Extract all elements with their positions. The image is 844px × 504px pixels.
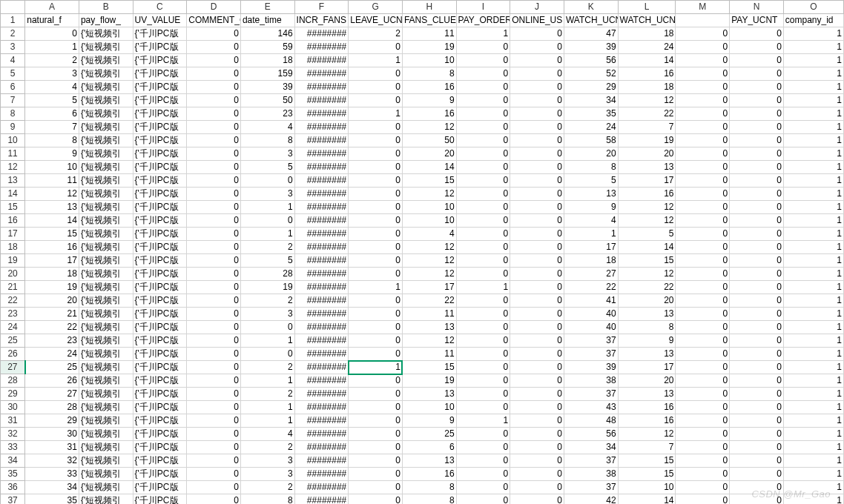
cell-L20[interactable]: 12 [618,268,676,281]
select-all-corner[interactable] [1,1,25,14]
cell-D22[interactable]: 0 [187,294,241,308]
cell-B19[interactable]: {'短视频引 [79,254,133,268]
cell-B13[interactable]: {'短视频引 [79,174,133,188]
cell-D16[interactable]: 0 [187,214,241,228]
cell-L5[interactable]: 16 [618,67,676,81]
cell-E21[interactable]: 19 [240,281,294,294]
cell-O21[interactable]: 1 [783,281,843,294]
cell-H35[interactable]: 16 [402,468,456,481]
cell-I2[interactable]: 1 [456,27,510,41]
cell-J34[interactable]: 0 [510,454,564,468]
row-header-24[interactable]: 24 [1,321,25,334]
cell-G26[interactable]: 0 [349,348,403,361]
cell-E11[interactable]: 3 [240,147,294,161]
cell-D35[interactable]: 0 [187,468,241,481]
cell-A31[interactable]: 29 [25,414,79,428]
cell-L17[interactable]: 5 [618,228,676,241]
cell-H18[interactable]: 12 [402,241,456,254]
cell-G14[interactable]: 0 [349,188,403,201]
cell-K28[interactable]: 38 [564,374,618,388]
cell-M31[interactable]: 0 [676,414,730,428]
cell-F15[interactable]: ######## [294,201,349,214]
cell-L27[interactable]: 17 [618,361,676,374]
cell-C9[interactable]: {'千川PC版 [133,121,187,134]
cell-K35[interactable]: 38 [564,468,618,481]
cell-N13[interactable]: 0 [730,174,784,188]
cell-A28[interactable]: 26 [25,374,79,388]
cell-I18[interactable]: 0 [456,241,510,254]
cell-K23[interactable]: 40 [564,308,618,321]
cell-C22[interactable]: {'千川PC版 [133,294,187,308]
cell-H12[interactable]: 14 [402,161,456,174]
cell-J7[interactable]: 0 [510,94,564,107]
row-header-29[interactable]: 29 [1,388,25,401]
cell-O14[interactable]: 1 [783,188,843,201]
cell-C1[interactable]: UV_VALUE [133,14,187,27]
cell-H1[interactable]: FANS_CLUE [402,14,456,27]
cell-M28[interactable]: 0 [676,374,730,388]
cell-D37[interactable]: 0 [187,494,241,505]
cell-O36[interactable]: 1 [783,481,843,494]
cell-I15[interactable]: 0 [456,201,510,214]
cell-A4[interactable]: 2 [25,54,79,67]
cell-A7[interactable]: 5 [25,94,79,107]
cell-K22[interactable]: 41 [564,294,618,308]
row-header-26[interactable]: 26 [1,348,25,361]
cell-I8[interactable]: 0 [456,107,510,121]
cell-I35[interactable]: 0 [456,468,510,481]
cell-B15[interactable]: {'短视频引 [79,201,133,214]
cell-O32[interactable]: 1 [783,428,843,441]
cell-J14[interactable]: 0 [510,188,564,201]
cell-L28[interactable]: 20 [618,374,676,388]
cell-L36[interactable]: 10 [618,481,676,494]
cell-N5[interactable]: 0 [730,67,784,81]
cell-J2[interactable]: 0 [510,27,564,41]
cell-E25[interactable]: 1 [240,334,294,348]
cell-A34[interactable]: 32 [25,454,79,468]
cell-A36[interactable]: 34 [25,481,79,494]
cell-O33[interactable]: 1 [783,441,843,454]
cell-M37[interactable]: 0 [676,494,730,505]
cell-O16[interactable]: 1 [783,214,843,228]
cell-D25[interactable]: 0 [187,334,241,348]
cell-J27[interactable]: 0 [510,361,564,374]
cell-D7[interactable]: 0 [187,94,241,107]
cell-D27[interactable]: 0 [187,361,241,374]
cell-O27[interactable]: 1 [783,361,843,374]
cell-A33[interactable]: 31 [25,441,79,454]
row-header-30[interactable]: 30 [1,401,25,414]
cell-J22[interactable]: 0 [510,294,564,308]
cell-K15[interactable]: 9 [564,201,618,214]
cell-O7[interactable]: 1 [783,94,843,107]
cell-C11[interactable]: {'千川PC版 [133,147,187,161]
cell-L9[interactable]: 7 [618,121,676,134]
cell-O28[interactable]: 1 [783,374,843,388]
cell-J28[interactable]: 0 [510,374,564,388]
cell-M16[interactable]: 0 [676,214,730,228]
cell-M2[interactable]: 0 [676,27,730,41]
cell-N9[interactable]: 0 [730,121,784,134]
cell-G1[interactable]: LEAVE_UCN [349,14,403,27]
cell-B28[interactable]: {'短视频引 [79,374,133,388]
column-header-E[interactable]: E [240,1,294,14]
row-header-19[interactable]: 19 [1,254,25,268]
cell-I34[interactable]: 0 [456,454,510,468]
cell-I27[interactable]: 0 [456,361,510,374]
cell-G10[interactable]: 0 [349,134,403,147]
cell-B11[interactable]: {'短视频引 [79,147,133,161]
cell-C7[interactable]: {'千川PC版 [133,94,187,107]
cell-C15[interactable]: {'千川PC版 [133,201,187,214]
cell-N15[interactable]: 0 [730,201,784,214]
cell-H33[interactable]: 6 [402,441,456,454]
cell-E19[interactable]: 5 [240,254,294,268]
cell-E35[interactable]: 3 [240,468,294,481]
cell-H7[interactable]: 9 [402,94,456,107]
cell-G22[interactable]: 0 [349,294,403,308]
cell-J12[interactable]: 0 [510,161,564,174]
cell-O37[interactable]: 1 [783,494,843,505]
cell-F2[interactable]: ######## [294,27,349,41]
cell-B9[interactable]: {'短视频引 [79,121,133,134]
cell-A3[interactable]: 1 [25,41,79,54]
cell-D9[interactable]: 0 [187,121,241,134]
cell-H2[interactable]: 11 [402,27,456,41]
